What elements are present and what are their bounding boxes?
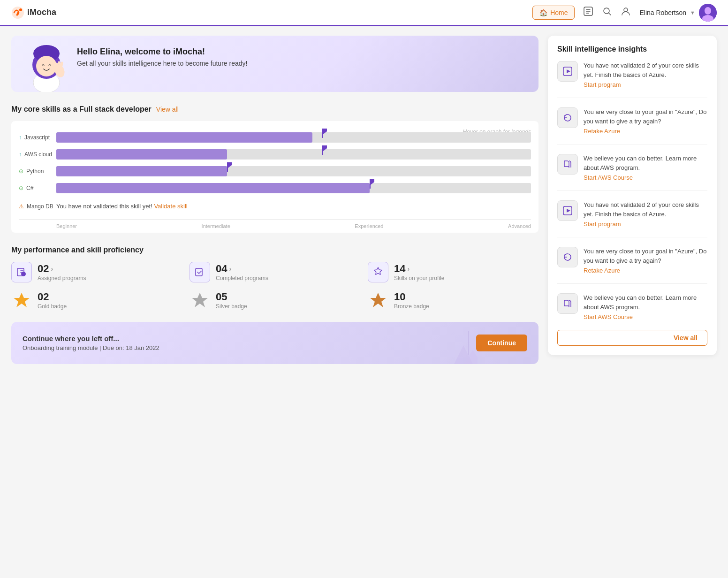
view-all-button[interactable]: View all (557, 330, 707, 346)
chart-label-csharp: ⊙ C# (19, 185, 56, 191)
insight-text-5: We believe you can do better. Learn more… (584, 293, 707, 312)
svg-line-14 (59, 62, 60, 65)
insight-panel: Skill intelligence insights You have not… (548, 36, 717, 355)
svg-line-13 (57, 64, 58, 66)
svg-marker-25 (567, 69, 570, 73)
svg-point-4 (624, 8, 628, 12)
silver-badge-info: 05 Silver badge (216, 291, 247, 310)
insight-body-2: We believe you can do better. Learn more… (584, 154, 707, 181)
skills-profile-label: Skills on your profile (394, 275, 444, 281)
x-axis-intermediate: Intermediate (202, 223, 230, 229)
python-icon: ⊙ (19, 168, 23, 175)
unvalidated-text: You have not validated this skill yet! (56, 203, 152, 210)
mountain-decoration (449, 341, 478, 364)
logo: iMocha (11, 6, 56, 19)
user-nav-btn[interactable] (621, 6, 631, 19)
insight-action-5[interactable]: Start AWS Course (584, 313, 707, 320)
continue-banner: Continue where you left off... Onboardin… (11, 322, 538, 364)
silver-badge-label: Silver badge (216, 303, 247, 310)
validate-skill-link[interactable]: Validate skill (154, 203, 187, 210)
insight-body-4: You are very close to your goal in "Azur… (584, 247, 707, 274)
insight-body-0: You have not validated 2 of your core sk… (584, 61, 707, 88)
insight-action-2[interactable]: Start AWS Course (584, 174, 707, 181)
insight-text-3: You have not validated 2 of your core sk… (584, 200, 707, 219)
javascript-icon: ↑ (19, 134, 22, 141)
chart-rows: ↑ Javascript ↑ (19, 129, 531, 213)
insight-body-5: We believe you can do better. Learn more… (584, 293, 707, 320)
insight-body-3: You have not validated 2 of your core sk… (584, 200, 707, 228)
aws-name: AWS cloud (24, 151, 52, 158)
chart-label-aws: ↑ AWS cloud (19, 151, 56, 158)
chevron-icon: › (51, 265, 53, 273)
chart-row-python: ⊙ Python (19, 166, 531, 176)
left-column: Hello Elina, welcome to iMocha! Get all … (11, 36, 548, 364)
x-axis-advanced: Advanced (508, 223, 531, 229)
continue-separator: | (99, 344, 103, 351)
svg-rect-18 (196, 268, 202, 276)
aws-icon: ↑ (19, 151, 22, 158)
perf-stats-grid: 02 › Assigned programs 04 › (11, 262, 538, 282)
home-label: Home (550, 9, 568, 16)
search-nav-btn[interactable] (602, 6, 612, 19)
assigned-programs-icon (11, 262, 32, 282)
imocha-logo-icon (11, 6, 24, 19)
chart-label-python: ⊙ Python (19, 168, 56, 175)
insight-icon-play-0 (557, 61, 578, 82)
mangodb-unvalidated: You have not validated this skill yet! V… (56, 200, 531, 213)
svg-point-11 (36, 56, 57, 76)
csharp-name: C# (26, 185, 33, 191)
svg-line-15 (61, 63, 62, 66)
assigned-programs-info: 02 › Assigned programs (38, 263, 86, 281)
performance-section: My performance and skill proficiency 02 … (11, 246, 538, 311)
csharp-bar (56, 183, 531, 193)
insight-icon-retry-4 (557, 247, 578, 267)
continue-text: Continue where you left off... Onboardin… (23, 335, 461, 351)
gold-badge-num: 02 (38, 291, 67, 303)
perf-completed-programs[interactable]: 04 › Completed programs (190, 262, 360, 282)
insight-action-1[interactable]: Retake Azure (584, 128, 707, 135)
insight-text-0: You have not validated 2 of your core sk… (584, 61, 707, 79)
javascript-name: Javascript (24, 134, 50, 141)
user-area[interactable]: Elina Robertson ▼ (639, 4, 717, 22)
edit-nav-btn[interactable] (583, 6, 593, 19)
performance-header: My performance and skill proficiency (11, 246, 538, 254)
insight-divider-4 (557, 283, 707, 284)
insight-icon-book-2 (557, 154, 578, 175)
completed-programs-icon (190, 262, 210, 282)
svg-point-3 (604, 8, 609, 14)
right-column: Skill intelligence insights You have not… (548, 36, 717, 355)
home-icon: 🏠 (539, 9, 547, 16)
home-nav-btn[interactable]: 🏠 Home (532, 6, 575, 20)
chevron-icon: › (407, 265, 410, 273)
core-skills-view-all[interactable]: View all (156, 106, 179, 113)
main-layout: Hello Elina, welcome to iMocha! Get all … (0, 26, 728, 373)
completed-programs-num: 04 › (216, 263, 268, 275)
insight-divider-0 (557, 98, 707, 98)
insight-action-3[interactable]: Start program (584, 221, 707, 228)
python-bar (56, 166, 531, 176)
javascript-bar (56, 132, 531, 143)
perf-assigned-programs[interactable]: 02 › Assigned programs (11, 262, 182, 282)
assigned-programs-label: Assigned programs (38, 275, 86, 281)
mascot-character (21, 40, 72, 92)
chart-row-aws: ↑ AWS cloud (19, 149, 531, 160)
badge-grid: 02 Gold badge 05 Silver badge (11, 290, 538, 311)
subtitle-text: Get all your skills intelligence here to… (77, 60, 523, 67)
continue-due: Due on: 18 Jan 2022 (103, 344, 159, 351)
insight-item-0: You have not validated 2 of your core sk… (557, 61, 707, 88)
continue-title: Continue where you left off... (23, 335, 461, 342)
insight-item-1: You are very close to your goal in "Azur… (557, 107, 707, 135)
silver-badge-icon (190, 290, 210, 311)
chart-row-javascript: ↑ Javascript (19, 132, 531, 143)
insight-action-0[interactable]: Start program (584, 81, 707, 88)
completed-programs-info: 04 › Completed programs (216, 263, 268, 281)
mangodb-icon: ⚠ (19, 203, 24, 210)
x-axis-experienced: Experienced (355, 223, 383, 229)
gold-badge-icon (11, 290, 32, 311)
continue-button[interactable]: Continue (476, 335, 527, 351)
aws-bar (56, 149, 531, 160)
silver-badge-item: 05 Silver badge (190, 290, 360, 311)
perf-skills-profile[interactable]: 14 › Skills on your profile (368, 262, 538, 282)
insight-action-4[interactable]: Retake Azure (584, 267, 707, 274)
performance-title: My performance and skill proficiency (11, 246, 144, 254)
